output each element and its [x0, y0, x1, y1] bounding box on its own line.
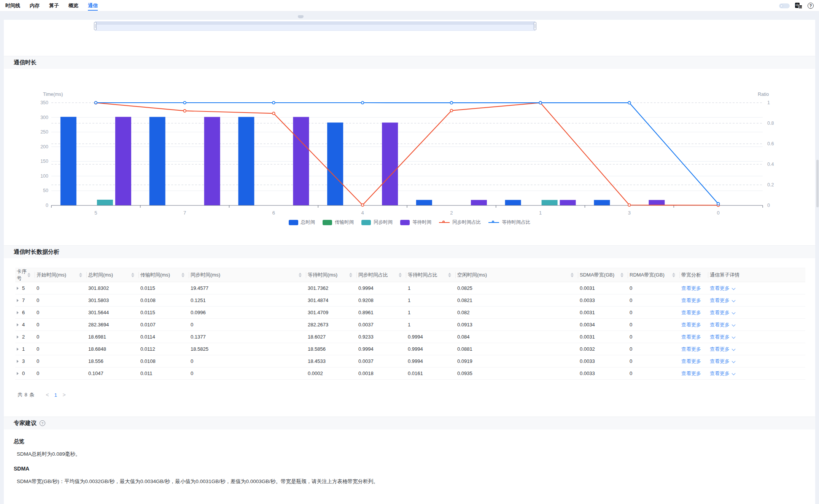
comm-op-detail-more-link[interactable]: 查看更多 — [710, 285, 735, 291]
sort-icon[interactable] — [349, 273, 352, 277]
bw-analysis-more-link[interactable]: 查看更多 — [681, 358, 701, 364]
marker-wait_ratio-card5[interactable] — [94, 102, 97, 104]
marker-sync_ratio-card7[interactable] — [183, 110, 186, 112]
marker-wait_ratio-card3[interactable] — [628, 102, 631, 104]
bar-wait_time-card6[interactable] — [293, 117, 309, 205]
bw-analysis-more-link[interactable]: 查看更多 — [681, 334, 701, 340]
sort-icon[interactable] — [181, 273, 184, 277]
bw-analysis-more-link[interactable]: 查看更多 — [681, 310, 701, 315]
bar-wait_time-card5[interactable] — [115, 117, 131, 205]
expand-row-icon[interactable] — [17, 335, 19, 339]
column-header-idle_time[interactable]: 空闲时间(ms) — [456, 268, 578, 282]
legend-item-transfer_time[interactable]: 传输时间 — [323, 219, 354, 226]
legend-item-sync_ratio[interactable]: 同步时间占比 — [439, 219, 481, 226]
legend-item-wait_ratio[interactable]: 等待时间占比 — [488, 219, 530, 226]
scrollbar-thumb[interactable] — [816, 160, 819, 207]
tab-memory[interactable]: 内存 — [30, 0, 40, 11]
comm-op-detail-more-link[interactable]: 查看更多 — [710, 310, 735, 315]
advice-help-icon[interactable]: ? — [40, 420, 45, 426]
expand-row-icon[interactable] — [17, 372, 19, 375]
bar-total_time-card6[interactable] — [238, 117, 254, 205]
marker-sync_ratio-card2[interactable] — [450, 109, 453, 112]
tab-timeline[interactable]: 时间线 — [5, 0, 20, 11]
sort-icon[interactable] — [131, 273, 134, 277]
column-label: 同步时间占比 — [358, 272, 388, 278]
column-header-transfer_time[interactable]: 传输时间(ms) — [139, 268, 189, 282]
bw-analysis-more-link[interactable]: 查看更多 — [681, 346, 701, 352]
sort-icon[interactable] — [571, 273, 574, 277]
bar-total_time-card3[interactable] — [594, 200, 610, 205]
comm-op-detail-more-link[interactable]: 查看更多 — [710, 370, 735, 376]
prev-page-button[interactable]: < — [43, 392, 51, 398]
legend-item-sync_time[interactable]: 同步时间 — [361, 219, 393, 226]
comm-op-detail-more-link[interactable]: 查看更多 — [710, 346, 735, 352]
marker-wait_ratio-card6[interactable] — [272, 102, 275, 104]
expand-row-icon[interactable] — [17, 311, 19, 314]
sort-icon[interactable] — [27, 273, 30, 277]
sort-icon[interactable] — [79, 273, 82, 277]
expand-row-icon[interactable] — [17, 360, 19, 363]
column-header-sdma_bw[interactable]: SDMA带宽(GB) — [578, 268, 628, 282]
theme-toggle[interactable] — [779, 3, 790, 8]
marker-wait_ratio-card0[interactable] — [717, 202, 720, 205]
comm-op-detail-more-link[interactable]: 查看更多 — [710, 297, 735, 303]
marker-wait_ratio-card4[interactable] — [361, 102, 364, 104]
tab-operator[interactable]: 算子 — [49, 0, 59, 11]
column-header-rdma_bw[interactable]: RDMA带宽(GB) — [628, 268, 680, 282]
comm-op-detail-more-link[interactable]: 查看更多 — [710, 358, 735, 364]
bar-total_time-card5[interactable] — [60, 117, 76, 205]
column-header-card_no[interactable]: 卡序号 — [15, 268, 35, 282]
sort-asc-icon — [571, 273, 574, 275]
legend-item-wait_time[interactable]: 等待时间 — [400, 219, 431, 226]
column-header-wait_time[interactable]: 等待时间(ms) — [306, 268, 357, 282]
marker-wait_ratio-card2[interactable] — [450, 102, 453, 104]
bw-analysis-more-link[interactable]: 查看更多 — [681, 322, 701, 328]
marker-sync_ratio-card6[interactable] — [272, 112, 275, 115]
column-header-start_time[interactable]: 开始时间(ms) — [35, 268, 87, 282]
bar-sync_time-card5[interactable] — [97, 200, 113, 205]
page-number[interactable]: 1 — [51, 392, 60, 398]
column-header-total_time[interactable]: 总时间(ms) — [87, 268, 139, 282]
slider-collapse-handle[interactable] — [298, 15, 304, 18]
tab-overview[interactable]: 概览 — [68, 0, 78, 11]
column-header-wait_ratio[interactable]: 等待时间占比 — [406, 268, 456, 282]
sort-icon[interactable] — [399, 273, 402, 277]
data-zoom-slider[interactable] — [95, 21, 535, 31]
help-icon[interactable]: ? — [808, 3, 814, 9]
bar-total_time-card4[interactable] — [327, 122, 343, 205]
marker-wait_ratio-card7[interactable] — [183, 102, 186, 104]
column-header-sync_time[interactable]: 同步时间(ms) — [189, 268, 306, 282]
bar-wait_time-card1[interactable] — [560, 200, 576, 205]
marker-sync_ratio-card4[interactable] — [361, 204, 364, 207]
expand-row-icon[interactable] — [17, 287, 19, 290]
legend-item-total_time[interactable]: 总时间 — [289, 219, 315, 226]
language-switch-icon[interactable]: 中 En — [795, 3, 802, 9]
bar-wait_time-card2[interactable] — [471, 200, 487, 205]
bw-analysis-more-link[interactable]: 查看更多 — [681, 297, 701, 303]
slider-handle-left[interactable] — [94, 22, 97, 30]
expand-row-icon[interactable] — [17, 348, 19, 351]
sort-icon[interactable] — [299, 273, 302, 277]
sort-icon[interactable] — [672, 273, 675, 277]
bar-total_time-card2[interactable] — [416, 200, 432, 205]
tab-communication[interactable]: 通信 — [88, 0, 98, 11]
expand-row-icon[interactable] — [17, 299, 19, 302]
slider-handle-right[interactable] — [534, 22, 536, 30]
bar-wait_time-card3[interactable] — [649, 200, 665, 205]
column-header-sync_ratio[interactable]: 同步时间占比 — [357, 268, 406, 282]
bw-analysis-more-link[interactable]: 查看更多 — [681, 370, 701, 376]
bar-wait_time-card7[interactable] — [204, 117, 220, 205]
bar-total_time-card7[interactable] — [149, 117, 165, 205]
bw-analysis-more-link[interactable]: 查看更多 — [681, 285, 701, 291]
next-page-button[interactable]: > — [60, 392, 68, 398]
marker-sync_ratio-card3[interactable] — [628, 204, 631, 207]
bar-wait_time-card4[interactable] — [382, 122, 398, 205]
sort-icon[interactable] — [448, 273, 451, 277]
comm-op-detail-more-link[interactable]: 查看更多 — [710, 334, 735, 340]
sort-icon[interactable] — [620, 273, 623, 277]
expand-row-icon[interactable] — [17, 323, 19, 326]
bar-total_time-card1[interactable] — [505, 200, 521, 205]
comm-op-detail-more-link[interactable]: 查看更多 — [710, 322, 735, 328]
bar-sync_time-card1[interactable] — [542, 200, 558, 205]
marker-wait_ratio-card1[interactable] — [539, 102, 542, 104]
